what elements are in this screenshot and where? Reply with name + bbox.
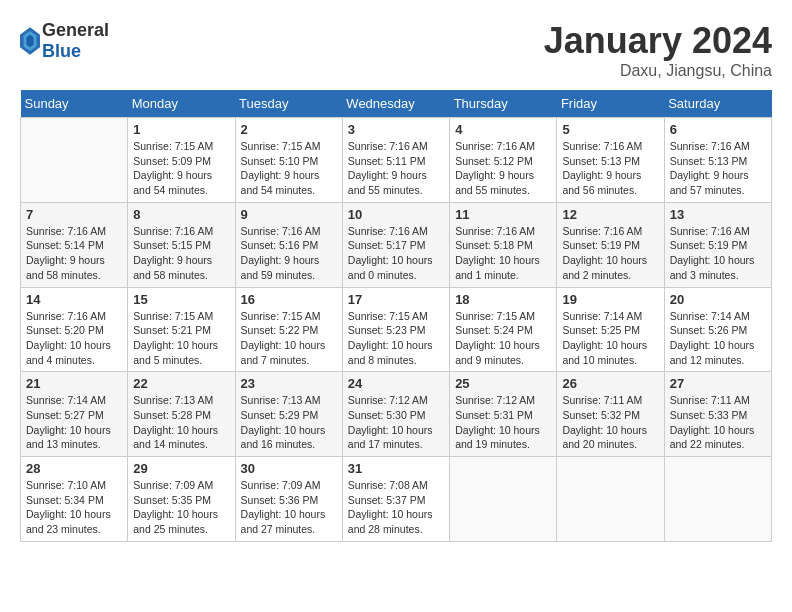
weekday-thursday: Thursday xyxy=(450,90,557,118)
weekday-header-row: SundayMondayTuesdayWednesdayThursdayFrid… xyxy=(21,90,772,118)
day-cell: 2Sunrise: 7:15 AM Sunset: 5:10 PM Daylig… xyxy=(235,118,342,203)
day-info: Sunrise: 7:16 AM Sunset: 5:11 PM Dayligh… xyxy=(348,139,444,198)
day-number: 11 xyxy=(455,207,551,222)
day-number: 16 xyxy=(241,292,337,307)
day-number: 23 xyxy=(241,376,337,391)
day-number: 4 xyxy=(455,122,551,137)
day-info: Sunrise: 7:08 AM Sunset: 5:37 PM Dayligh… xyxy=(348,478,444,537)
day-info: Sunrise: 7:10 AM Sunset: 5:34 PM Dayligh… xyxy=(26,478,122,537)
day-cell: 8Sunrise: 7:16 AM Sunset: 5:15 PM Daylig… xyxy=(128,202,235,287)
general-blue-icon xyxy=(20,27,40,55)
day-number: 12 xyxy=(562,207,658,222)
day-number: 24 xyxy=(348,376,444,391)
day-cell: 25Sunrise: 7:12 AM Sunset: 5:31 PM Dayli… xyxy=(450,372,557,457)
day-info: Sunrise: 7:14 AM Sunset: 5:26 PM Dayligh… xyxy=(670,309,766,368)
day-info: Sunrise: 7:13 AM Sunset: 5:28 PM Dayligh… xyxy=(133,393,229,452)
day-info: Sunrise: 7:09 AM Sunset: 5:36 PM Dayligh… xyxy=(241,478,337,537)
day-number: 31 xyxy=(348,461,444,476)
day-info: Sunrise: 7:09 AM Sunset: 5:35 PM Dayligh… xyxy=(133,478,229,537)
day-cell: 17Sunrise: 7:15 AM Sunset: 5:23 PM Dayli… xyxy=(342,287,449,372)
day-info: Sunrise: 7:16 AM Sunset: 5:19 PM Dayligh… xyxy=(670,224,766,283)
day-info: Sunrise: 7:15 AM Sunset: 5:09 PM Dayligh… xyxy=(133,139,229,198)
day-cell: 3Sunrise: 7:16 AM Sunset: 5:11 PM Daylig… xyxy=(342,118,449,203)
day-info: Sunrise: 7:15 AM Sunset: 5:10 PM Dayligh… xyxy=(241,139,337,198)
logo-general: General xyxy=(42,20,109,41)
day-info: Sunrise: 7:15 AM Sunset: 5:22 PM Dayligh… xyxy=(241,309,337,368)
day-number: 25 xyxy=(455,376,551,391)
day-cell: 27Sunrise: 7:11 AM Sunset: 5:33 PM Dayli… xyxy=(664,372,771,457)
day-cell: 26Sunrise: 7:11 AM Sunset: 5:32 PM Dayli… xyxy=(557,372,664,457)
day-cell xyxy=(21,118,128,203)
day-info: Sunrise: 7:16 AM Sunset: 5:12 PM Dayligh… xyxy=(455,139,551,198)
day-info: Sunrise: 7:13 AM Sunset: 5:29 PM Dayligh… xyxy=(241,393,337,452)
day-info: Sunrise: 7:15 AM Sunset: 5:23 PM Dayligh… xyxy=(348,309,444,368)
day-number: 10 xyxy=(348,207,444,222)
weekday-monday: Monday xyxy=(128,90,235,118)
day-cell: 4Sunrise: 7:16 AM Sunset: 5:12 PM Daylig… xyxy=(450,118,557,203)
day-cell: 7Sunrise: 7:16 AM Sunset: 5:14 PM Daylig… xyxy=(21,202,128,287)
day-cell: 6Sunrise: 7:16 AM Sunset: 5:13 PM Daylig… xyxy=(664,118,771,203)
day-number: 1 xyxy=(133,122,229,137)
week-row-2: 7Sunrise: 7:16 AM Sunset: 5:14 PM Daylig… xyxy=(21,202,772,287)
day-cell: 9Sunrise: 7:16 AM Sunset: 5:16 PM Daylig… xyxy=(235,202,342,287)
day-info: Sunrise: 7:16 AM Sunset: 5:15 PM Dayligh… xyxy=(133,224,229,283)
location: Daxu, Jiangsu, China xyxy=(544,62,772,80)
day-number: 13 xyxy=(670,207,766,222)
day-cell: 1Sunrise: 7:15 AM Sunset: 5:09 PM Daylig… xyxy=(128,118,235,203)
day-cell: 19Sunrise: 7:14 AM Sunset: 5:25 PM Dayli… xyxy=(557,287,664,372)
week-row-3: 14Sunrise: 7:16 AM Sunset: 5:20 PM Dayli… xyxy=(21,287,772,372)
weekday-saturday: Saturday xyxy=(664,90,771,118)
day-info: Sunrise: 7:11 AM Sunset: 5:33 PM Dayligh… xyxy=(670,393,766,452)
day-number: 21 xyxy=(26,376,122,391)
day-cell: 14Sunrise: 7:16 AM Sunset: 5:20 PM Dayli… xyxy=(21,287,128,372)
title-block: January 2024 Daxu, Jiangsu, China xyxy=(544,20,772,80)
day-info: Sunrise: 7:16 AM Sunset: 5:20 PM Dayligh… xyxy=(26,309,122,368)
day-info: Sunrise: 7:11 AM Sunset: 5:32 PM Dayligh… xyxy=(562,393,658,452)
day-number: 17 xyxy=(348,292,444,307)
day-number: 9 xyxy=(241,207,337,222)
weekday-friday: Friday xyxy=(557,90,664,118)
day-cell xyxy=(664,457,771,542)
logo-text: General Blue xyxy=(42,20,109,62)
week-row-1: 1Sunrise: 7:15 AM Sunset: 5:09 PM Daylig… xyxy=(21,118,772,203)
day-info: Sunrise: 7:12 AM Sunset: 5:31 PM Dayligh… xyxy=(455,393,551,452)
day-cell: 23Sunrise: 7:13 AM Sunset: 5:29 PM Dayli… xyxy=(235,372,342,457)
day-cell: 5Sunrise: 7:16 AM Sunset: 5:13 PM Daylig… xyxy=(557,118,664,203)
day-number: 14 xyxy=(26,292,122,307)
day-cell: 13Sunrise: 7:16 AM Sunset: 5:19 PM Dayli… xyxy=(664,202,771,287)
day-info: Sunrise: 7:12 AM Sunset: 5:30 PM Dayligh… xyxy=(348,393,444,452)
day-cell: 30Sunrise: 7:09 AM Sunset: 5:36 PM Dayli… xyxy=(235,457,342,542)
day-number: 7 xyxy=(26,207,122,222)
day-number: 19 xyxy=(562,292,658,307)
day-cell: 16Sunrise: 7:15 AM Sunset: 5:22 PM Dayli… xyxy=(235,287,342,372)
day-cell: 24Sunrise: 7:12 AM Sunset: 5:30 PM Dayli… xyxy=(342,372,449,457)
day-number: 26 xyxy=(562,376,658,391)
page-header: General Blue January 2024 Daxu, Jiangsu,… xyxy=(20,20,772,80)
day-cell: 18Sunrise: 7:15 AM Sunset: 5:24 PM Dayli… xyxy=(450,287,557,372)
day-number: 22 xyxy=(133,376,229,391)
day-number: 18 xyxy=(455,292,551,307)
day-info: Sunrise: 7:14 AM Sunset: 5:25 PM Dayligh… xyxy=(562,309,658,368)
day-number: 28 xyxy=(26,461,122,476)
week-row-4: 21Sunrise: 7:14 AM Sunset: 5:27 PM Dayli… xyxy=(21,372,772,457)
day-info: Sunrise: 7:16 AM Sunset: 5:13 PM Dayligh… xyxy=(670,139,766,198)
day-cell: 10Sunrise: 7:16 AM Sunset: 5:17 PM Dayli… xyxy=(342,202,449,287)
weekday-tuesday: Tuesday xyxy=(235,90,342,118)
calendar-table: SundayMondayTuesdayWednesdayThursdayFrid… xyxy=(20,90,772,542)
day-info: Sunrise: 7:16 AM Sunset: 5:19 PM Dayligh… xyxy=(562,224,658,283)
day-info: Sunrise: 7:16 AM Sunset: 5:16 PM Dayligh… xyxy=(241,224,337,283)
day-cell: 31Sunrise: 7:08 AM Sunset: 5:37 PM Dayli… xyxy=(342,457,449,542)
day-info: Sunrise: 7:16 AM Sunset: 5:13 PM Dayligh… xyxy=(562,139,658,198)
day-number: 5 xyxy=(562,122,658,137)
day-cell xyxy=(557,457,664,542)
day-cell xyxy=(450,457,557,542)
day-cell: 21Sunrise: 7:14 AM Sunset: 5:27 PM Dayli… xyxy=(21,372,128,457)
week-row-5: 28Sunrise: 7:10 AM Sunset: 5:34 PM Dayli… xyxy=(21,457,772,542)
day-info: Sunrise: 7:14 AM Sunset: 5:27 PM Dayligh… xyxy=(26,393,122,452)
day-cell: 22Sunrise: 7:13 AM Sunset: 5:28 PM Dayli… xyxy=(128,372,235,457)
day-cell: 11Sunrise: 7:16 AM Sunset: 5:18 PM Dayli… xyxy=(450,202,557,287)
day-info: Sunrise: 7:15 AM Sunset: 5:21 PM Dayligh… xyxy=(133,309,229,368)
day-cell: 15Sunrise: 7:15 AM Sunset: 5:21 PM Dayli… xyxy=(128,287,235,372)
weekday-wednesday: Wednesday xyxy=(342,90,449,118)
day-info: Sunrise: 7:16 AM Sunset: 5:17 PM Dayligh… xyxy=(348,224,444,283)
